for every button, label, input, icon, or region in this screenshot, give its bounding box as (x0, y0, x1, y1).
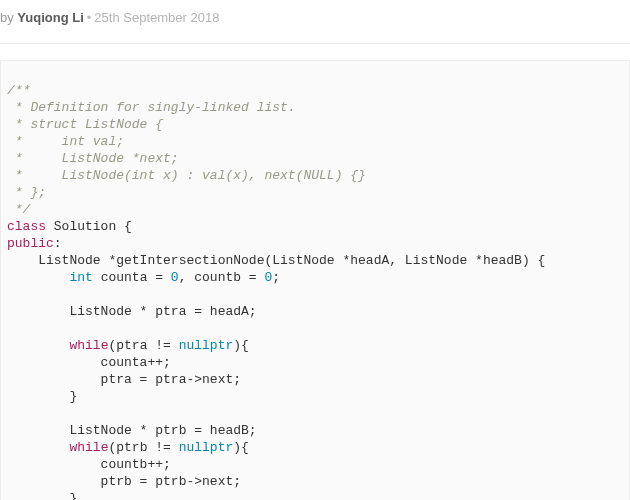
code-block: /** * Definition for singly-linked list.… (0, 60, 630, 500)
byline: by Yuqiong Li•25th September 2018 (0, 0, 630, 44)
by-label: by (0, 10, 17, 25)
code-keyword: class (7, 219, 46, 234)
code-comment: * struct ListNode { (7, 117, 163, 132)
code-text (7, 338, 69, 353)
code-text: (ptra != (108, 338, 178, 353)
code-comment: */ (7, 202, 30, 217)
byline-separator: • (87, 10, 92, 25)
code-comment: * Definition for singly-linked list. (7, 100, 296, 115)
code-text (7, 270, 69, 285)
code-comment: * ListNode *next; (7, 151, 179, 166)
code-text: } (7, 389, 77, 404)
code-text: : (54, 236, 62, 251)
code-comment: * ListNode(int x) : val(x), next(NULL) {… (7, 168, 366, 183)
code-text: ptra = ptra->next; (7, 372, 241, 387)
code-keyword: while (69, 338, 108, 353)
code-literal: nullptr (179, 338, 234, 353)
code-text: ptrb = ptrb->next; (7, 474, 241, 489)
code-text (7, 440, 69, 455)
code-text: ; (272, 270, 280, 285)
code-text: } (7, 491, 77, 500)
code-type: int (69, 270, 92, 285)
code-text: countb++; (7, 457, 171, 472)
code-text: counta++; (7, 355, 171, 370)
publish-date: 25th September 2018 (94, 10, 219, 25)
code-text: ){ (233, 338, 249, 353)
code-text: Solution { (46, 219, 132, 234)
code-text: (ptrb != (108, 440, 178, 455)
code-number: 0 (171, 270, 179, 285)
code-text: counta = (93, 270, 171, 285)
code-keyword: public (7, 236, 54, 251)
code-comment: /** (7, 83, 30, 98)
code-comment: * int val; (7, 134, 124, 149)
code-text: ){ (233, 440, 249, 455)
code-literal: nullptr (179, 440, 234, 455)
code-text: ListNode * ptrb = headB; (7, 423, 257, 438)
author-link[interactable]: Yuqiong Li (17, 10, 83, 25)
code-keyword: while (69, 440, 108, 455)
code-text: ListNode * ptra = headA; (7, 304, 257, 319)
code-comment: * }; (7, 185, 46, 200)
code-text: , countb = (179, 270, 265, 285)
code-text: ListNode *getIntersectionNode(ListNode *… (7, 253, 545, 268)
